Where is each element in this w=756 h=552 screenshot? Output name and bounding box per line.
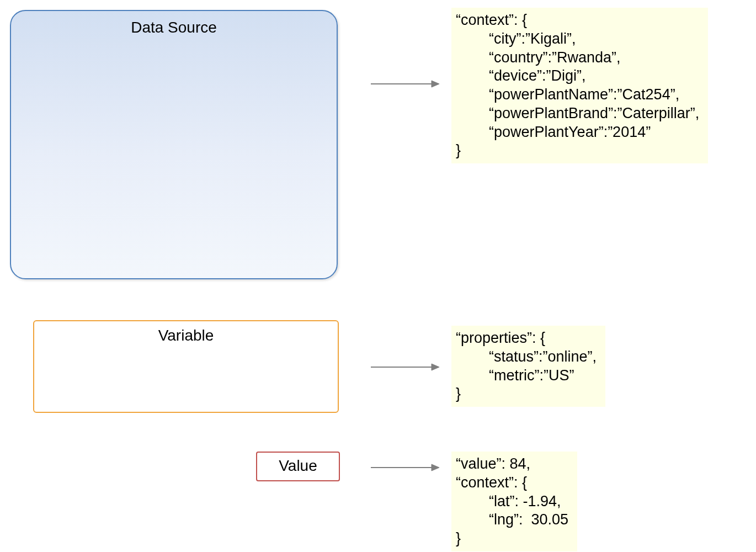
svg-marker-1 [432, 81, 439, 87]
svg-marker-5 [432, 464, 439, 471]
svg-marker-3 [432, 364, 439, 370]
value-box: Value [256, 452, 340, 481]
value-label: Value [279, 457, 317, 474]
data-source-box: Data Source [10, 10, 338, 279]
value-code-block: “value”: 84, “context”: { “lat”: -1.94, … [451, 452, 577, 551]
arrow-icon [370, 462, 441, 473]
arrow-icon [370, 78, 441, 89]
variable-box: Variable [33, 320, 339, 413]
context-code-block: “context”: { “city”:”Kigali”, “country”:… [451, 8, 708, 163]
variable-label: Variable [158, 327, 214, 344]
arrow-icon [370, 362, 441, 373]
data-source-label: Data Source [131, 19, 217, 36]
properties-code-block: “properties”: { “status”:”online”, “metr… [451, 326, 605, 407]
